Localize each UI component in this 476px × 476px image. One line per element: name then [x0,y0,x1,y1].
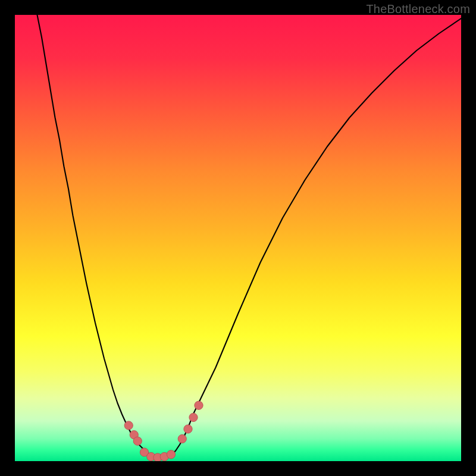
data-marker [167,450,175,459]
data-marker [184,425,192,433]
data-marker [195,401,203,409]
data-marker [178,434,186,443]
data-marker [124,421,133,430]
plot-area [15,15,461,461]
watermark-text: TheBottleneck.com [366,2,470,16]
bottleneck-curve [15,15,461,461]
data-marker [133,437,142,445]
chart-frame: TheBottleneck.com [0,0,476,476]
data-marker [189,413,198,421]
